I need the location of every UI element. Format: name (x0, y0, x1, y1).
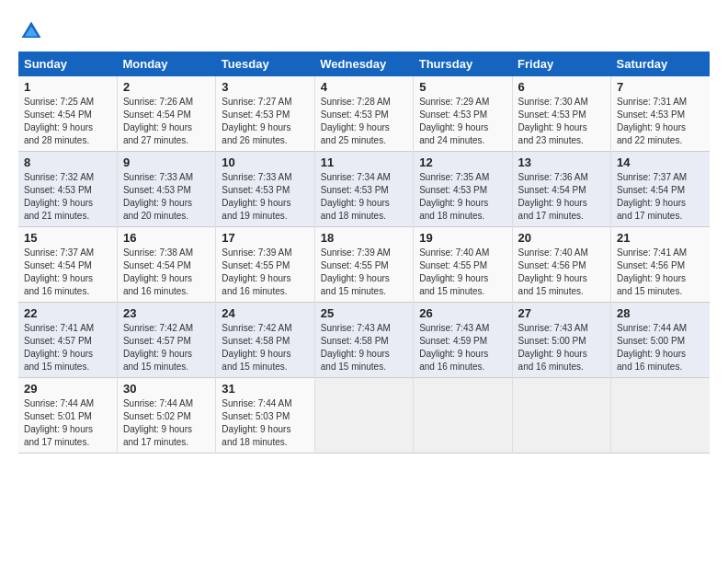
calendar-cell: 29Sunrise: 7:44 AM Sunset: 5:01 PM Dayli… (18, 378, 117, 454)
day-number: 8 (24, 155, 111, 169)
header-monday: Monday (117, 52, 215, 76)
calendar-cell: 6Sunrise: 7:30 AM Sunset: 4:53 PM Daylig… (512, 76, 610, 152)
calendar-week-row: 29Sunrise: 7:44 AM Sunset: 5:01 PM Dayli… (18, 378, 710, 454)
day-number: 4 (321, 80, 407, 94)
day-info: Sunrise: 7:34 AM Sunset: 4:53 PM Dayligh… (321, 171, 407, 223)
calendar-cell: 14Sunrise: 7:37 AM Sunset: 4:54 PM Dayli… (611, 152, 710, 227)
calendar-cell: 24Sunrise: 7:42 AM Sunset: 4:58 PM Dayli… (216, 303, 314, 378)
day-number: 27 (518, 306, 605, 320)
day-info: Sunrise: 7:40 AM Sunset: 4:55 PM Dayligh… (419, 247, 506, 298)
day-number: 31 (222, 382, 308, 396)
day-info: Sunrise: 7:44 AM Sunset: 5:02 PM Dayligh… (123, 397, 210, 449)
day-info: Sunrise: 7:27 AM Sunset: 4:53 PM Dayligh… (222, 96, 308, 147)
day-number: 25 (321, 306, 407, 320)
day-number: 14 (617, 155, 704, 169)
logo-icon (18, 18, 44, 44)
calendar-cell: 11Sunrise: 7:34 AM Sunset: 4:53 PM Dayli… (314, 152, 413, 227)
day-number: 22 (24, 306, 111, 320)
calendar-cell (512, 378, 610, 454)
day-number: 7 (617, 80, 704, 94)
day-info: Sunrise: 7:44 AM Sunset: 5:01 PM Dayligh… (24, 397, 111, 449)
day-number: 17 (222, 231, 308, 245)
day-info: Sunrise: 7:26 AM Sunset: 4:54 PM Dayligh… (123, 96, 210, 147)
day-info: Sunrise: 7:28 AM Sunset: 4:53 PM Dayligh… (321, 96, 407, 147)
day-number: 24 (222, 306, 308, 320)
day-number: 16 (123, 231, 210, 245)
day-info: Sunrise: 7:35 AM Sunset: 4:53 PM Dayligh… (419, 171, 506, 223)
calendar-cell: 12Sunrise: 7:35 AM Sunset: 4:53 PM Dayli… (414, 152, 512, 227)
calendar-cell: 31Sunrise: 7:44 AM Sunset: 5:03 PM Dayli… (216, 378, 314, 454)
day-info: Sunrise: 7:38 AM Sunset: 4:54 PM Dayligh… (123, 247, 210, 298)
day-number: 6 (518, 80, 605, 94)
day-info: Sunrise: 7:30 AM Sunset: 4:53 PM Dayligh… (518, 96, 605, 147)
calendar-cell: 5Sunrise: 7:29 AM Sunset: 4:53 PM Daylig… (414, 76, 512, 152)
calendar-table: SundayMondayTuesdayWednesdayThursdayFrid… (18, 52, 710, 454)
day-info: Sunrise: 7:43 AM Sunset: 4:59 PM Dayligh… (419, 322, 506, 373)
calendar-cell (611, 378, 710, 454)
day-info: Sunrise: 7:42 AM Sunset: 4:57 PM Dayligh… (123, 322, 210, 373)
day-info: Sunrise: 7:29 AM Sunset: 4:53 PM Dayligh… (419, 96, 506, 147)
calendar-week-row: 1Sunrise: 7:25 AM Sunset: 4:54 PM Daylig… (18, 76, 710, 152)
day-info: Sunrise: 7:37 AM Sunset: 4:54 PM Dayligh… (24, 247, 111, 298)
calendar-cell: 23Sunrise: 7:42 AM Sunset: 4:57 PM Dayli… (117, 303, 215, 378)
day-info: Sunrise: 7:43 AM Sunset: 4:58 PM Dayligh… (321, 322, 407, 373)
calendar-cell: 2Sunrise: 7:26 AM Sunset: 4:54 PM Daylig… (117, 76, 215, 152)
day-number: 1 (24, 80, 111, 94)
day-number: 26 (419, 306, 506, 320)
day-number: 9 (123, 155, 210, 169)
calendar-week-row: 8Sunrise: 7:32 AM Sunset: 4:53 PM Daylig… (18, 152, 710, 227)
day-info: Sunrise: 7:37 AM Sunset: 4:54 PM Dayligh… (617, 171, 704, 223)
calendar-cell: 4Sunrise: 7:28 AM Sunset: 4:53 PM Daylig… (314, 76, 413, 152)
day-number: 29 (24, 382, 111, 396)
day-info: Sunrise: 7:32 AM Sunset: 4:53 PM Dayligh… (24, 171, 111, 223)
calendar-cell: 8Sunrise: 7:32 AM Sunset: 4:53 PM Daylig… (18, 152, 117, 227)
calendar-cell: 25Sunrise: 7:43 AM Sunset: 4:58 PM Dayli… (314, 303, 413, 378)
day-info: Sunrise: 7:31 AM Sunset: 4:53 PM Dayligh… (617, 96, 704, 147)
logo (18, 18, 48, 44)
calendar-cell: 7Sunrise: 7:31 AM Sunset: 4:53 PM Daylig… (611, 76, 710, 152)
header-friday: Friday (512, 52, 610, 76)
day-info: Sunrise: 7:41 AM Sunset: 4:57 PM Dayligh… (24, 322, 111, 373)
calendar-cell: 9Sunrise: 7:33 AM Sunset: 4:53 PM Daylig… (117, 152, 215, 227)
calendar-cell: 18Sunrise: 7:39 AM Sunset: 4:55 PM Dayli… (314, 227, 413, 303)
day-info: Sunrise: 7:36 AM Sunset: 4:54 PM Dayligh… (518, 171, 605, 223)
calendar-cell (314, 378, 413, 454)
day-number: 20 (518, 231, 605, 245)
calendar-cell: 30Sunrise: 7:44 AM Sunset: 5:02 PM Dayli… (117, 378, 215, 454)
header-wednesday: Wednesday (314, 52, 413, 76)
day-number: 23 (123, 306, 210, 320)
day-info: Sunrise: 7:25 AM Sunset: 4:54 PM Dayligh… (24, 96, 111, 147)
day-number: 30 (123, 382, 210, 396)
calendar-header-row: SundayMondayTuesdayWednesdayThursdayFrid… (18, 52, 710, 76)
day-info: Sunrise: 7:44 AM Sunset: 5:00 PM Dayligh… (617, 322, 704, 373)
day-info: Sunrise: 7:44 AM Sunset: 5:03 PM Dayligh… (222, 397, 308, 449)
day-info: Sunrise: 7:33 AM Sunset: 4:53 PM Dayligh… (222, 171, 308, 223)
header-sunday: Sunday (18, 52, 117, 76)
calendar-cell: 22Sunrise: 7:41 AM Sunset: 4:57 PM Dayli… (18, 303, 117, 378)
calendar-cell: 13Sunrise: 7:36 AM Sunset: 4:54 PM Dayli… (512, 152, 610, 227)
calendar-cell: 19Sunrise: 7:40 AM Sunset: 4:55 PM Dayli… (414, 227, 512, 303)
day-info: Sunrise: 7:41 AM Sunset: 4:56 PM Dayligh… (617, 247, 704, 298)
day-number: 19 (419, 231, 506, 245)
header-tuesday: Tuesday (216, 52, 314, 76)
calendar-cell (414, 378, 512, 454)
day-number: 3 (222, 80, 308, 94)
page-header (18, 18, 710, 44)
calendar-cell: 26Sunrise: 7:43 AM Sunset: 4:59 PM Dayli… (414, 303, 512, 378)
day-info: Sunrise: 7:33 AM Sunset: 4:53 PM Dayligh… (123, 171, 210, 223)
calendar-cell: 28Sunrise: 7:44 AM Sunset: 5:00 PM Dayli… (611, 303, 710, 378)
calendar-cell: 17Sunrise: 7:39 AM Sunset: 4:55 PM Dayli… (216, 227, 314, 303)
day-info: Sunrise: 7:43 AM Sunset: 5:00 PM Dayligh… (518, 322, 605, 373)
calendar-cell: 10Sunrise: 7:33 AM Sunset: 4:53 PM Dayli… (216, 152, 314, 227)
calendar-cell: 16Sunrise: 7:38 AM Sunset: 4:54 PM Dayli… (117, 227, 215, 303)
day-info: Sunrise: 7:39 AM Sunset: 4:55 PM Dayligh… (321, 247, 407, 298)
calendar-cell: 21Sunrise: 7:41 AM Sunset: 4:56 PM Dayli… (611, 227, 710, 303)
header-thursday: Thursday (414, 52, 512, 76)
day-number: 21 (617, 231, 704, 245)
day-number: 18 (321, 231, 407, 245)
day-number: 28 (617, 306, 704, 320)
calendar-week-row: 22Sunrise: 7:41 AM Sunset: 4:57 PM Dayli… (18, 303, 710, 378)
calendar-cell: 3Sunrise: 7:27 AM Sunset: 4:53 PM Daylig… (216, 76, 314, 152)
day-number: 11 (321, 155, 407, 169)
day-info: Sunrise: 7:42 AM Sunset: 4:58 PM Dayligh… (222, 322, 308, 373)
